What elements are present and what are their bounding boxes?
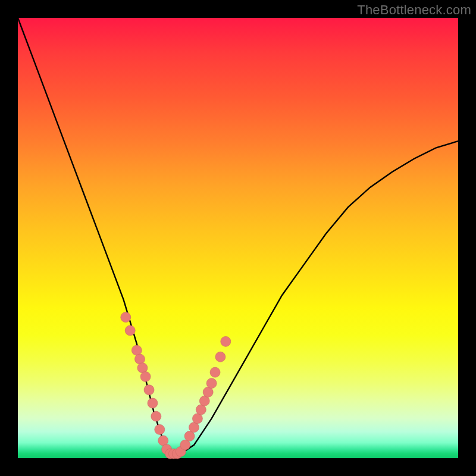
dot [184,431,195,441]
dot [148,398,158,408]
dot [196,405,206,415]
dot [140,372,151,382]
dot [210,367,220,377]
chart-svg [18,18,458,458]
dot [131,345,142,355]
dot [192,414,202,424]
dot [215,352,226,362]
dot [125,325,135,336]
dot [151,411,161,421]
dot [189,422,199,433]
bottleneck-curve [18,18,458,454]
dot [134,354,145,364]
dot [203,387,213,397]
dot [155,424,165,434]
dot [206,378,217,389]
dot [221,336,231,346]
dot [144,385,154,395]
watermark-text: TheBottleneck.com [357,2,471,18]
highlight-dots [121,312,231,459]
plot-area [18,18,458,458]
chart-frame: TheBottleneck.com [0,0,476,476]
dot [180,440,190,450]
dot [158,436,168,446]
dot [137,363,148,373]
dot [199,396,209,406]
dot [121,312,131,322]
